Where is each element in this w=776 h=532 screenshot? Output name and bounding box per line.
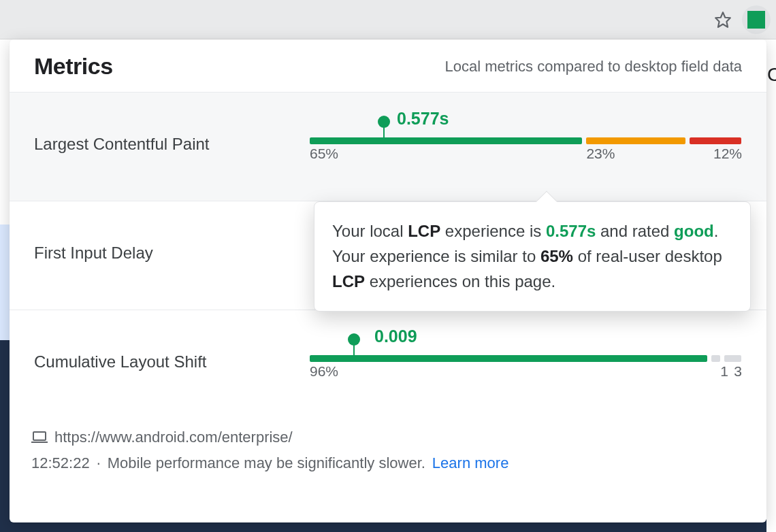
- overlay-title: Metrics: [34, 53, 113, 80]
- tooltip-text-2: experience is: [440, 222, 546, 240]
- footer-note: Mobile performance may be significantly …: [108, 454, 425, 472]
- browser-toolbar: [0, 0, 776, 39]
- segment-none1-label-cls: 1: [720, 363, 728, 380]
- segment-bad-lcp: [690, 137, 741, 144]
- footer-url: https://www.android.com/enterprise/: [54, 429, 293, 446]
- tooltip-text-3: and rated: [596, 222, 674, 240]
- overlay-header: Metrics Local metrics compared to deskto…: [10, 39, 766, 92]
- distribution-labels-cls: 96% 1 3: [310, 363, 742, 381]
- metric-pointer-cls: [353, 339, 355, 362]
- overlay-footer: https://www.android.com/enterprise/ 12:5…: [10, 419, 766, 493]
- page-edge-letter: C: [766, 64, 776, 532]
- bookmark-star-icon[interactable]: [713, 10, 732, 29]
- tooltip-text-1: Your local: [332, 222, 408, 240]
- footer-separator: ·: [97, 454, 101, 472]
- distribution-bar-lcp: [310, 137, 742, 144]
- segment-ok-lcp: [586, 137, 685, 144]
- metric-chart-cls: 0.009 96% 1 3: [310, 324, 742, 400]
- metric-name-lcp: Largest Contentful Paint: [34, 106, 310, 182]
- distribution-bar-cls: [310, 355, 742, 362]
- segment-ok-label-lcp: 23%: [586, 146, 615, 162]
- laptop-icon: [31, 431, 48, 444]
- tooltip-percent: 65%: [540, 247, 573, 265]
- tooltip-text-6: experiences on this page.: [365, 272, 555, 290]
- footer-time: 12:52:22: [31, 454, 90, 472]
- metric-chart-lcp: 0.577s 65% 23% 12%: [310, 106, 742, 182]
- svg-rect-1: [33, 432, 46, 440]
- segment-none2-cls: [724, 355, 741, 362]
- segment-good-lcp: [310, 137, 582, 144]
- segment-good-label-lcp: 65%: [310, 146, 338, 162]
- segment-bad-label-lcp: 12%: [713, 146, 742, 162]
- tooltip-rating: good: [674, 222, 714, 240]
- overlay-subtitle: Local metrics compared to desktop field …: [444, 58, 742, 76]
- metric-value-lcp: 0.577s: [397, 109, 449, 129]
- tooltip-abbr-1: LCP: [408, 222, 440, 240]
- tooltip-value: 0.577s: [546, 222, 596, 240]
- profile-avatar-square: [747, 11, 765, 29]
- metric-value-cls: 0.009: [374, 327, 417, 346]
- tooltip-text-5: of real-user desktop: [573, 247, 722, 265]
- footer-note-row: 12:52:22 · Mobile performance may be sig…: [31, 454, 745, 472]
- metric-row-cls[interactable]: Cumulative Layout Shift 0.009 96% 1 3: [10, 310, 766, 419]
- segment-none2-label-cls: 3: [734, 363, 742, 380]
- metric-tooltip-lcp: Your local LCP experience is 0.577s and …: [314, 201, 751, 312]
- segment-none1-cls: [711, 355, 720, 362]
- metric-name-fid: First Input Delay: [34, 215, 310, 290]
- distribution-labels-lcp: 65% 23% 12%: [310, 146, 742, 163]
- metric-name-cls: Cumulative Layout Shift: [34, 324, 310, 400]
- segment-good-cls: [310, 355, 707, 362]
- metric-row-lcp[interactable]: Largest Contentful Paint 0.577s 65% 23% …: [10, 93, 766, 201]
- footer-url-row: https://www.android.com/enterprise/: [31, 429, 745, 446]
- tooltip-abbr-2: LCP: [332, 272, 365, 290]
- profile-avatar[interactable]: [742, 5, 771, 34]
- metric-pointer-lcp: [383, 121, 385, 144]
- svg-marker-0: [715, 12, 730, 27]
- learn-more-link[interactable]: Learn more: [432, 454, 509, 472]
- segment-good-label-cls: 96%: [310, 363, 338, 380]
